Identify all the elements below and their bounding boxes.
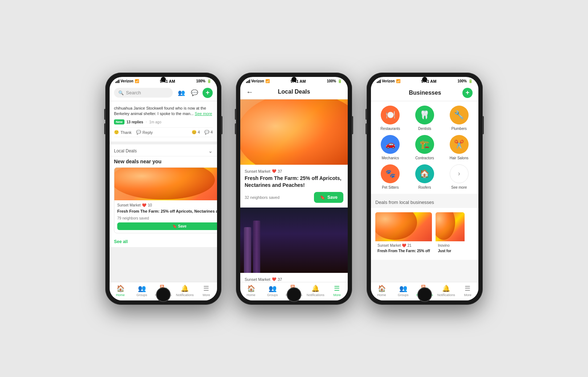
deal-sm1-market: Sunset Market	[377, 243, 401, 247]
deal1-market: Sunset Market	[117, 203, 140, 207]
battery-2: 100%	[327, 79, 336, 83]
volume-btn-up-2	[235, 109, 236, 120]
deal1-detail-market: Sunset Market	[245, 169, 270, 173]
nav-notifications-1[interactable]: 🔔 Notifications	[174, 284, 196, 297]
power-btn	[221, 116, 222, 134]
more-icon-2: ☰	[334, 284, 340, 292]
category-dentists[interactable]: 🦷 Dentists	[410, 106, 440, 131]
reply-button[interactable]: 💬 Reply	[136, 130, 153, 135]
pet-sitters-icon: 🐾	[381, 164, 400, 183]
restaurants-icon: 🍽️	[381, 106, 400, 124]
wifi-icon-2: 📶	[265, 79, 270, 83]
nav-home-2[interactable]: 🏠 Home	[240, 284, 262, 297]
hair-salons-icon: ✂️	[450, 135, 469, 154]
add-button-3[interactable]: +	[462, 88, 473, 98]
search-bar[interactable]: 🔍 Search	[114, 88, 173, 98]
deal1-detail-title: Fresh From The Farm: 25% off Apricots, N…	[245, 175, 343, 189]
thank-button[interactable]: 🙂 Thank	[114, 130, 132, 135]
deal2-details: Sunset Market ❤️ 37 35% off any retail b…	[240, 273, 348, 282]
heart-icon-d1: ❤️	[272, 169, 276, 173]
nav-more-1[interactable]: ☰ More	[196, 284, 217, 297]
replies-count: 13 replies	[127, 120, 143, 124]
deal1-save-btn[interactable]: 🔖 Save	[117, 222, 217, 230]
category-restaurants[interactable]: 🍽️ Restaurants	[375, 106, 405, 131]
reaction-count: 😊 4	[192, 130, 200, 135]
nav-more-2[interactable]: ☰ More	[326, 284, 348, 297]
local-deals-subtitle: New deals near you	[110, 156, 217, 167]
phone2-header: ← Local Deals	[240, 85, 348, 99]
local-deals-section: Local Deals ⌄ New deals near you	[110, 144, 217, 247]
nav-groups-2[interactable]: 👥 Groups	[262, 284, 283, 297]
restaurants-label: Restaurants	[380, 127, 400, 131]
plumbers-icon: 🔧	[450, 106, 469, 124]
wifi-icon-1: 📶	[135, 79, 139, 83]
deal2-image	[240, 208, 348, 273]
deal1-details: Sunset Market ❤️ 37 Fresh From The Farm:…	[240, 165, 348, 208]
groups-icon-1: 👥	[138, 284, 146, 292]
comment-count: 💬 4	[204, 130, 213, 135]
home-btn-3[interactable]	[417, 287, 432, 302]
deal1-detail-save-btn[interactable]: 🔖 Save	[314, 192, 343, 203]
category-pet-sitters[interactable]: 🐾 Pet Sitters	[375, 164, 405, 189]
nav-home-3[interactable]: 🏠 Home	[371, 284, 392, 297]
category-roofers[interactable]: 🏠 Roofers	[410, 164, 440, 189]
deal-sm-2[interactable]: Inovino Just for	[436, 212, 465, 255]
deal-sm1-likes: 21	[407, 243, 411, 247]
deal-detail-2: Sunset Market ❤️ 37 35% off any retail b…	[240, 208, 348, 282]
roofers-label: Roofers	[418, 185, 431, 189]
messages-icon[interactable]: 💬	[189, 88, 200, 98]
mechanics-label: Mechanics	[381, 156, 399, 160]
carrier-2: Verizon	[251, 79, 264, 83]
groups-icon-3: 👥	[399, 284, 407, 292]
hair-salons-label: Hair Salons	[450, 156, 469, 160]
phone-1: Verizon 📶 9:41 AM 100% 🔋 🔍 Search	[105, 73, 221, 305]
nav-home-1[interactable]: 🏠 Home	[110, 284, 131, 297]
home-btn-1[interactable]	[156, 287, 171, 302]
nav-notifications-2[interactable]: 🔔 Notifications	[305, 284, 326, 297]
heart-icon-d2: ❤️	[272, 277, 276, 281]
phone-notch-1	[161, 77, 166, 82]
bookmark-icon-1: 🔖	[172, 224, 177, 228]
friends-icon[interactable]: 👥	[176, 88, 187, 98]
post-actions: 🙂 Thank 💬 Reply 😊 4 💬 4	[114, 127, 213, 137]
home-icon-1: 🏠	[117, 284, 124, 292]
wifi-icon-3: 📶	[396, 79, 400, 83]
category-mechanics[interactable]: 🚗 Mechanics	[375, 135, 405, 160]
deal1-image	[240, 99, 348, 165]
back-button[interactable]: ←	[246, 88, 253, 96]
deal2-detail-market: Sunset Market	[245, 277, 270, 282]
category-contractors[interactable]: 🏗️ Contractors	[410, 135, 440, 160]
see-more-icon: ›	[450, 164, 469, 183]
power-btn-2	[352, 116, 353, 134]
deal-card-1[interactable]: Sunset Market ❤️ 10 Fresh From The Farm:…	[114, 167, 217, 233]
add-button[interactable]: +	[203, 88, 213, 98]
see-more-link[interactable]: See more	[195, 111, 212, 116]
category-hair-salons[interactable]: ✂️ Hair Salons	[444, 135, 474, 160]
nav-more-3[interactable]: ☰ More	[457, 284, 478, 297]
volume-btn-up	[104, 109, 105, 120]
phone-3: Verizon 📶 9:41 AM 100% 🔋 Businesses +	[367, 73, 483, 305]
phone-notch-2	[291, 77, 297, 82]
mechanics-icon: 🚗	[381, 135, 400, 154]
category-plumbers[interactable]: 🔧 Plumbers	[444, 106, 474, 131]
roofers-icon: 🏠	[415, 164, 434, 183]
phone1-header: 🔍 Search 👥 💬 +	[110, 85, 217, 101]
deal-sm2-title: Just for	[438, 249, 462, 253]
deal-sm-1[interactable]: Sunset Market ❤️ 21 Fresh From The Farm:…	[375, 212, 432, 255]
see-all-link[interactable]: See all	[110, 238, 217, 247]
nav-groups-3[interactable]: 👥 Groups	[392, 284, 414, 297]
deal1-title: Fresh From The Farm: 25% off Apricots, N…	[117, 209, 217, 214]
nav-groups-1[interactable]: 👥 Groups	[131, 284, 152, 297]
deal1-likes: 10	[148, 203, 152, 207]
heart-icon-1: ❤️	[142, 203, 146, 207]
feed-post-card: chihuahua Janice Stockwell found who is …	[110, 101, 217, 142]
phone3-header: Businesses +	[371, 85, 478, 101]
volume-btn-up-3	[366, 109, 367, 120]
home-btn-2[interactable]	[287, 287, 301, 302]
chevron-down-icon[interactable]: ⌄	[208, 148, 213, 154]
nav-notifications-3[interactable]: 🔔 Notifications	[436, 284, 457, 297]
category-see-more[interactable]: › See more	[444, 164, 474, 189]
post-text: chihuahua Janice Stockwell found who is …	[114, 106, 213, 117]
volume-btn-down-3	[366, 123, 367, 134]
battery-icon-3: 🔋	[468, 79, 473, 83]
